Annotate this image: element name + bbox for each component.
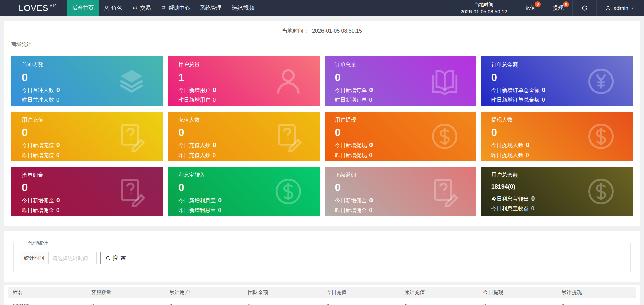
stat-card-line2: 昨日新增提现0 — [335, 152, 426, 159]
nav-item-label: 选妃/视频 — [232, 5, 254, 12]
stat-card-title: 用户总余额 — [491, 172, 582, 179]
stat-line1-value: 0 — [213, 141, 216, 148]
stat-card-7: 提现人数 0 今日提现人数0 昨日提现人数0 — [481, 112, 633, 161]
stat-line2-value: 0 — [56, 207, 59, 213]
agent-table-body: 1231230000000 — [8, 298, 636, 305]
stat-card-value: 0 — [22, 182, 113, 193]
panel-time-value: 2026-01-05 08:50:15 — [312, 28, 362, 34]
user-icon — [605, 6, 611, 11]
withdraw-badge: 0 — [563, 1, 569, 7]
stat-card-line2: 今日利息宝收益0 — [491, 205, 582, 212]
search-icon — [105, 255, 111, 261]
nav-item-2[interactable]: 交易 — [127, 0, 156, 16]
stat-line1-label: 今日新增利息宝 — [178, 198, 216, 203]
table-header-cell: 累计充值 — [400, 287, 479, 298]
stat-line2-value: 0 — [369, 207, 373, 213]
stat-card-line2: 昨日新增利息宝0 — [178, 207, 269, 214]
stat-card-value: 0 — [335, 182, 426, 193]
admin-menu[interactable]: admin — [596, 0, 644, 16]
stat-line1-value: 0 — [56, 197, 60, 204]
nav-item-label: 后台首页 — [72, 5, 94, 12]
stat-card-9: 利息宝转入 0 今日新增利息宝0 昨日新增利息宝0 — [168, 167, 319, 216]
stat-line2-value: 0 — [531, 206, 534, 211]
stat-line2-label: 昨日新增佣金 — [335, 207, 367, 213]
table-header-cell: 客服数量 — [87, 287, 165, 298]
search-button-label: 搜索 — [113, 255, 128, 262]
stat-card-title: 订单总金额 — [491, 61, 582, 69]
stat-line1-value: 0 — [542, 86, 546, 93]
stat-card-2: 订单总量 0 今日新增订单0 昨日新增订单0 — [325, 56, 476, 106]
time-filter-label: 统计时间 — [20, 252, 49, 264]
nav-item-5[interactable]: 选妃/视频 — [227, 0, 259, 16]
stat-card-line1: 今日新增订单0 — [335, 86, 426, 94]
nav-item-0[interactable]: 后台首页 — [67, 0, 99, 16]
stat-card-value: 0 — [491, 127, 582, 138]
stat-line1-label: 今日充值人数 — [178, 142, 210, 148]
stat-line2-label: 昨日新增订单 — [335, 97, 367, 103]
stat-line1-value: 0 — [56, 141, 60, 148]
stat-line1-label: 今日利息宝转出 — [491, 196, 529, 202]
doc-question-icon — [116, 121, 147, 152]
panel-time-label: 当地时间： — [282, 28, 309, 34]
nav-item-1[interactable]: 角色 — [99, 0, 127, 16]
agent-search-form: 统计时间 搜索 — [20, 252, 624, 264]
stat-card-10: 下级返佣 0 今日新增佣金0 昨日新增佣金0 — [325, 167, 476, 216]
time-filter-input[interactable] — [49, 252, 97, 264]
nav-item-label: 帮助中心 — [168, 5, 190, 12]
stat-card-title: 订单总量 — [335, 61, 426, 69]
stat-line2-label: 昨日新增用户 — [178, 97, 210, 103]
table-cell: 0 — [87, 298, 165, 305]
stat-card-line1: 今日新增佣金0 — [22, 197, 113, 204]
nav-item-label: 角色 — [111, 5, 122, 12]
stat-line1-label: 今日新增用户 — [178, 87, 210, 93]
table-cell: 0 — [400, 298, 479, 305]
navbar-local-time: 当地时间 2026-01-05 08:50:12 — [452, 0, 515, 16]
table-header-cell: 今日提现 — [479, 287, 557, 298]
table-cell: 123123 — [8, 298, 87, 305]
stat-card-8: 抢单佣金 0 今日新增佣金0 昨日新增佣金0 — [11, 167, 163, 216]
stat-card-6: 用户提现 0 今日新增提现0 昨日新增提现0 — [325, 112, 476, 161]
stat-card-line1: 今日新增订单总金额0 — [491, 86, 582, 94]
dollar-circle-icon — [586, 121, 616, 152]
stat-card-line2: 昨日充值人数0 — [178, 152, 269, 159]
search-button[interactable]: 搜索 — [100, 252, 132, 264]
recharge-label: 充值 — [524, 5, 535, 12]
stat-card-line1: 今日新增提现0 — [335, 141, 426, 149]
refresh-button[interactable] — [572, 0, 596, 16]
nav-item-label: 系统管理 — [200, 5, 221, 12]
stat-card-value: 0 — [491, 72, 582, 83]
doc-question-icon — [116, 176, 147, 207]
table-header-cell: 今日充值 — [322, 287, 401, 298]
stat-card-line2: 昨日新增充值0 — [22, 152, 113, 159]
stat-card-line2: 昨日首冲人数0 — [22, 97, 113, 104]
nav-item-4[interactable]: 系统管理 — [195, 0, 227, 16]
table-cell: 0 — [479, 298, 557, 305]
table-row: 1231230000000 — [8, 298, 636, 305]
table-cell: 0 — [557, 298, 636, 305]
doc-question-icon — [273, 121, 304, 152]
navbar-right: 当地时间 2026-01-05 08:50:12 充值 0 提现 0 admin — [452, 0, 644, 16]
stat-card-value: 0 — [22, 127, 113, 138]
stat-card-line2: 昨日提现人数0 — [491, 152, 582, 159]
chevron-up-icon — [631, 6, 635, 10]
withdraw-button[interactable]: 提现 0 — [544, 0, 572, 16]
stat-line1-label: 今日新增佣金 — [335, 198, 367, 203]
stat-card-11: 用户总余额 18194(0) 今日利息宝转出0 今日利息宝收益0 — [481, 167, 633, 216]
stat-card-value: 0 — [178, 127, 269, 138]
stat-card-1: 用户总量 1 今日新增用户0 昨日新增用户0 — [168, 56, 319, 106]
stats-cards-grid: 首冲人数 0 今日首冲人数0 昨日首冲人数0 用户总量 1 今日新增用户0 昨日… — [11, 56, 633, 216]
stat-line2-value: 0 — [56, 97, 59, 103]
table-cell: 0 — [165, 298, 244, 305]
stat-line2-value: 0 — [369, 97, 373, 103]
refresh-icon — [581, 5, 588, 11]
stat-card-title: 用户总量 — [178, 61, 269, 69]
nav-item-3[interactable]: 帮助中心 — [156, 0, 195, 16]
stat-card-line2: 昨日新增佣金0 — [22, 207, 113, 214]
stat-card-value: 0 — [178, 182, 269, 193]
agent-legend: 代理统计 — [24, 240, 51, 246]
stat-line2-label: 昨日新增利息宝 — [178, 207, 216, 213]
stat-card-title: 用户充值 — [22, 117, 113, 124]
recharge-button[interactable]: 充值 0 — [515, 0, 544, 16]
stat-card-line1: 今日首冲人数0 — [22, 86, 113, 94]
main-nav: 后台首页 角色 交易 帮助中心 系统管理 选妃/视频 — [67, 0, 259, 16]
